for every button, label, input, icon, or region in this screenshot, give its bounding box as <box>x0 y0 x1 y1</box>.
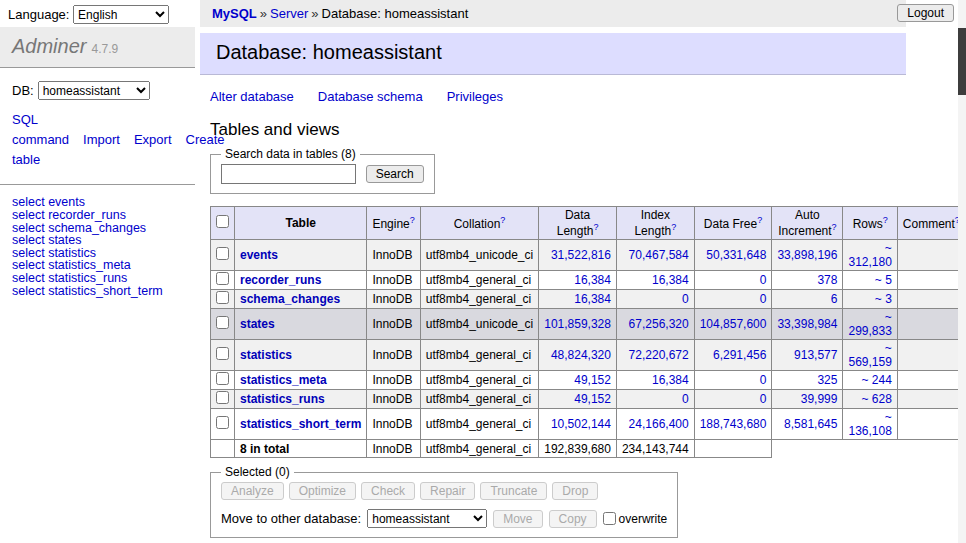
cell-data-length-link[interactable]: 49,152 <box>574 373 611 387</box>
cell-data-free-link[interactable]: 50,331,648 <box>706 248 766 262</box>
sidebar-link-select-states[interactable]: select states <box>12 234 183 247</box>
cell-data-length-link[interactable]: 49,152 <box>574 392 611 406</box>
cell-data-free-link[interactable]: 104,857,600 <box>700 317 767 331</box>
sidebar-action-sql-command[interactable]: SQL command <box>12 112 69 147</box>
cell-data-free-link[interactable]: 0 <box>760 392 767 406</box>
cell-rows-link[interactable]: ~ 569,159 <box>848 341 891 369</box>
row-checkbox-statistics[interactable] <box>216 347 229 360</box>
row-checkbox-states[interactable] <box>216 316 229 329</box>
help-link[interactable]: ? <box>757 215 762 225</box>
scrollbar-track[interactable] <box>958 0 966 543</box>
optimize-button[interactable]: Optimize <box>289 482 356 500</box>
cell-data-free-link[interactable]: 0 <box>760 273 767 287</box>
cell-data-length-link[interactable]: 16,384 <box>574 273 611 287</box>
help-link[interactable]: ? <box>671 222 676 232</box>
cell-rows-link[interactable]: ~ 244 <box>861 373 891 387</box>
cell-index-length-link[interactable]: 70,467,584 <box>629 248 689 262</box>
cell-index-length-link[interactable]: 16,384 <box>652 373 689 387</box>
cell-auto-increment-link[interactable]: 33,398,984 <box>777 317 837 331</box>
row-checkbox-statistics-runs[interactable] <box>216 391 229 404</box>
breadcrumb-server-link[interactable]: Server <box>270 6 308 21</box>
row-checkbox-recorder-runs[interactable] <box>216 272 229 285</box>
cell-data-free-link[interactable]: 6,291,456 <box>713 348 766 362</box>
cell-auto-increment-link[interactable]: 8,581,645 <box>784 417 837 431</box>
sidebar-link-select-statistics-runs[interactable]: select statistics_runs <box>12 272 183 285</box>
table-link-statistics-runs[interactable]: statistics_runs <box>240 392 325 406</box>
cell-auto-increment-link[interactable]: 33,898,196 <box>777 248 837 262</box>
cell-data-length: 16,384 <box>539 271 617 290</box>
sidebar-action-export[interactable]: Export <box>134 132 172 147</box>
cell-data-free-link[interactable]: 0 <box>760 292 767 306</box>
cell-rows-link[interactable]: ~ 628 <box>861 392 891 406</box>
analyze-button[interactable]: Analyze <box>221 482 284 500</box>
help-link[interactable]: ? <box>832 222 837 232</box>
db-select[interactable]: homeassistant <box>38 81 150 100</box>
search-button[interactable]: Search <box>366 165 424 183</box>
sidebar-link-select-recorder-runs[interactable]: select recorder_runs <box>12 209 183 222</box>
search-input[interactable] <box>221 164 356 184</box>
table-link-schema-changes[interactable]: schema_changes <box>240 292 340 306</box>
cell-index-length-link[interactable]: 24,166,400 <box>629 417 689 431</box>
table-link-events[interactable]: events <box>240 248 278 262</box>
sidebar-link-select-statistics-short-term[interactable]: select statistics_short_term <box>12 285 183 298</box>
copy-button[interactable]: Copy <box>549 510 597 528</box>
db-action-privileges[interactable]: Privileges <box>447 89 503 104</box>
move-button[interactable]: Move <box>493 510 542 528</box>
cell-index-length-link[interactable]: 16,384 <box>652 273 689 287</box>
breadcrumb-mysql-link[interactable]: MySQL <box>212 6 257 21</box>
language-select[interactable]: English <box>73 5 169 24</box>
cell-rows-link[interactable]: ~ 136,108 <box>848 410 891 438</box>
cell-index-length-link[interactable]: 67,256,320 <box>629 317 689 331</box>
table-link-statistics-short-term[interactable]: statistics_short_term <box>240 417 361 431</box>
logout-button[interactable]: Logout <box>897 4 954 22</box>
db-action-alter-database[interactable]: Alter database <box>210 89 294 104</box>
cell-auto-increment-link[interactable]: 378 <box>817 273 837 287</box>
column-label: Data Length <box>557 208 594 238</box>
cell-index-length-link[interactable]: 0 <box>682 292 689 306</box>
column-label: Collation <box>454 217 501 231</box>
cell-auto-increment-link[interactable]: 325 <box>817 373 837 387</box>
repair-button[interactable]: Repair <box>420 482 475 500</box>
sidebar-action-import[interactable]: Import <box>83 132 120 147</box>
row-checkbox-schema-changes[interactable] <box>216 291 229 304</box>
sidebar: Adminer4.7.9 DB: homeassistant SQL comma… <box>0 27 195 543</box>
cell-index-length-link[interactable]: 72,220,672 <box>629 348 689 362</box>
help-link[interactable]: ? <box>593 222 598 232</box>
table-link-statistics-meta[interactable]: statistics_meta <box>240 373 327 387</box>
cell-engine: InnoDB <box>367 271 420 290</box>
scrollbar-thumb[interactable] <box>958 28 966 95</box>
select-all-checkbox[interactable] <box>216 215 229 228</box>
table-link-states[interactable]: states <box>240 317 275 331</box>
cell-rows-link[interactable]: ~ 312,180 <box>848 241 891 269</box>
drop-button[interactable]: Drop <box>552 482 598 500</box>
overwrite-checkbox[interactable] <box>603 512 616 525</box>
help-link[interactable]: ? <box>410 215 415 225</box>
cell-auto-increment-link[interactable]: 39,999 <box>801 392 838 406</box>
truncate-button[interactable]: Truncate <box>480 482 547 500</box>
cell-data-length-link[interactable]: 16,384 <box>574 292 611 306</box>
cell-engine: InnoDB <box>367 371 420 390</box>
help-link[interactable]: ? <box>883 215 888 225</box>
row-checkbox-events[interactable] <box>216 247 229 260</box>
cell-rows-link[interactable]: ~ 299,833 <box>848 310 891 338</box>
row-checkbox-statistics-short-term[interactable] <box>216 416 229 429</box>
cell-rows-link[interactable]: ~ 3 <box>875 292 892 306</box>
db-action-database-schema[interactable]: Database schema <box>318 89 423 104</box>
cell-index-length-link[interactable]: 0 <box>682 392 689 406</box>
help-link[interactable]: ? <box>500 215 505 225</box>
cell-data-length-link[interactable]: 10,502,144 <box>551 417 611 431</box>
check-button[interactable]: Check <box>361 482 415 500</box>
cell-data-length-link[interactable]: 31,522,816 <box>551 248 611 262</box>
row-checkbox-statistics-meta[interactable] <box>216 372 229 385</box>
cell-auto-increment-link[interactable]: 913,577 <box>794 348 837 362</box>
column-label: Table <box>285 216 315 230</box>
cell-data-free-link[interactable]: 188,743,680 <box>700 417 767 431</box>
table-link-statistics[interactable]: statistics <box>240 348 292 362</box>
move-db-select[interactable]: homeassistant <box>367 509 487 528</box>
cell-data-free-link[interactable]: 0 <box>760 373 767 387</box>
table-link-recorder-runs[interactable]: recorder_runs <box>240 273 321 287</box>
cell-rows-link[interactable]: ~ 5 <box>875 273 892 287</box>
cell-data-length-link[interactable]: 101,859,328 <box>544 317 611 331</box>
cell-data-length-link[interactable]: 48,824,320 <box>551 348 611 362</box>
cell-auto-increment-link[interactable]: 6 <box>831 292 838 306</box>
